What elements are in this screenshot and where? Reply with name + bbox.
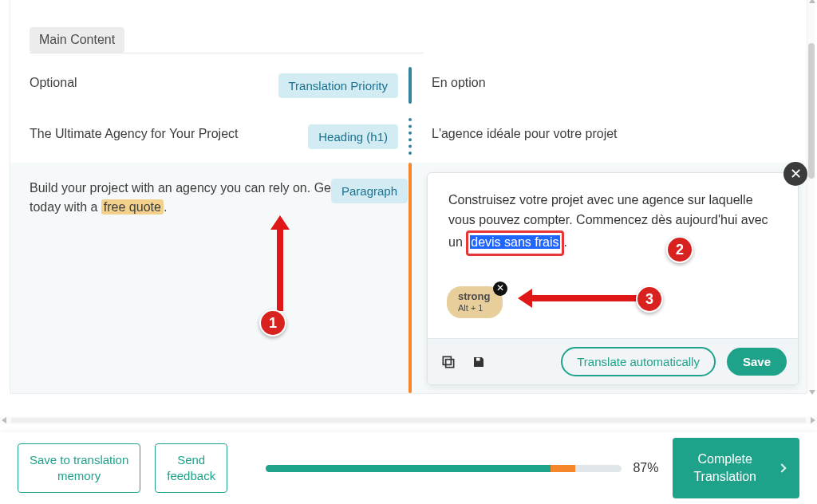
label-line1: Save to translation <box>30 453 128 467</box>
horizontal-scrollbar[interactable] <box>0 416 817 424</box>
editor-toolbar: Translate automatically Save <box>428 338 798 384</box>
formatting-tag-pill[interactable]: strong Alt + 1 ✕ <box>447 286 503 318</box>
translate-automatically-button[interactable]: Translate automatically <box>561 347 716 376</box>
source-post: . <box>164 200 167 214</box>
send-feedback-button[interactable]: Send feedback <box>155 443 227 494</box>
complete-translation-button[interactable]: Complete Translation <box>673 438 799 498</box>
scroll-thumb[interactable] <box>808 43 815 179</box>
scroll-up-icon <box>809 0 815 3</box>
vertical-scrollbar[interactable] <box>808 0 815 393</box>
scroll-left-icon <box>2 417 6 423</box>
divider <box>30 53 424 53</box>
remove-tag-button[interactable]: ✕ <box>493 282 507 296</box>
target-textarea[interactable]: Construisez votre projet avec une agence… <box>428 173 798 266</box>
footer-bar: Save to translation memory Send feedback… <box>0 432 817 504</box>
annotation-marker-1: 1 <box>259 309 286 337</box>
save-to-tm-button[interactable]: Save to translation memory <box>18 443 140 494</box>
active-row-separator <box>408 163 412 393</box>
copy-source-button[interactable] <box>439 352 458 372</box>
progress-fill-green <box>266 465 551 472</box>
tag-shortcut: Alt + 1 <box>458 303 490 313</box>
annotation-arrow-1 <box>270 215 290 311</box>
selected-text: devis sans frais <box>470 235 559 249</box>
type-tag-priority[interactable]: Translation Priority <box>278 73 398 98</box>
progress-bar <box>266 465 622 472</box>
type-tag-paragraph[interactable]: Paragraph <box>331 179 408 203</box>
annotation-arrow-3 <box>518 289 637 308</box>
save-icon <box>472 355 486 369</box>
scroll-track <box>11 418 806 423</box>
section-chip: Main Content <box>30 27 124 53</box>
label-line1: Complete <box>697 452 752 466</box>
close-editor-button[interactable]: ✕ <box>783 162 807 186</box>
selection-box: devis sans frais <box>466 230 563 257</box>
row-separator-dotted <box>408 118 412 155</box>
label-line1: Send <box>177 453 205 467</box>
scroll-right-icon <box>811 417 815 423</box>
save-disk-button[interactable] <box>469 352 488 372</box>
label-line2: memory <box>57 469 101 482</box>
source-pre: Build your project with an agency you ca… <box>30 181 377 214</box>
annotation-marker-3: 3 <box>636 285 663 313</box>
svg-rect-0 <box>446 359 454 367</box>
save-button[interactable]: Save <box>727 348 787 376</box>
svg-rect-1 <box>443 356 451 364</box>
target-post: . <box>564 235 567 249</box>
progress-wrap: 87% <box>266 461 658 475</box>
scroll-down-icon <box>809 390 815 395</box>
progress-fill-orange <box>551 465 575 472</box>
tag-name: strong <box>458 291 490 303</box>
target-editor: ✕ Construisez votre projet avec une agen… <box>427 172 799 385</box>
target-text: En option <box>432 73 787 93</box>
type-tag-heading[interactable]: Heading (h1) <box>308 124 398 149</box>
svg-rect-2 <box>476 357 480 360</box>
close-icon: ✕ <box>790 165 802 183</box>
label-line2: Translation <box>693 470 756 483</box>
progress-percent: 87% <box>633 461 658 475</box>
annotation-marker-2: 2 <box>666 236 693 263</box>
source-highlight-strong: free quote <box>101 199 164 215</box>
chevron-down-icon <box>777 463 786 472</box>
row-separator-solid <box>408 67 412 104</box>
translation-editor-panel: Main Content Optional Translation Priori… <box>10 0 807 394</box>
label-line2: feedback <box>167 469 215 482</box>
copy-icon <box>440 354 456 370</box>
target-text: L'agence idéale pour votre projet <box>432 124 787 144</box>
section-label: Main Content <box>30 27 124 53</box>
